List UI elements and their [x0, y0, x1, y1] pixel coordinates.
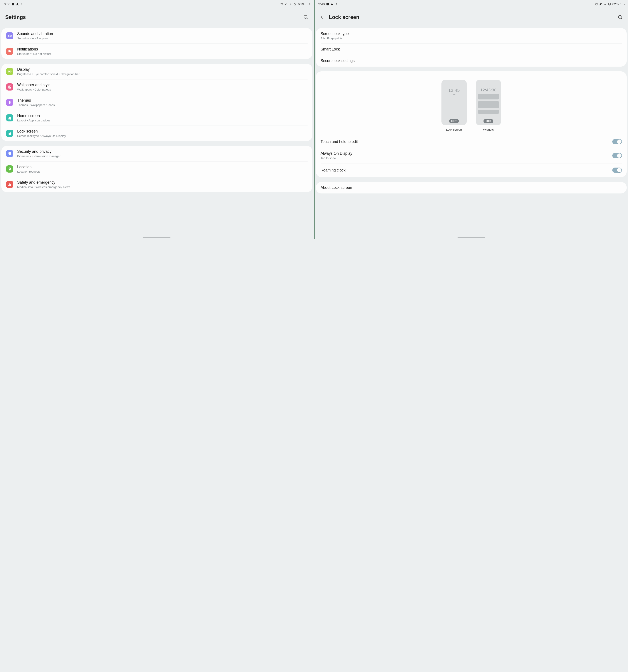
preview-time: 12:45:36	[481, 88, 496, 93]
page-title: Settings	[5, 14, 299, 20]
toggle-switch[interactable]	[612, 168, 622, 173]
svg-line-20	[10, 70, 11, 71]
settings-row[interactable]: Smart Lock	[316, 44, 627, 55]
wifi-icon	[289, 3, 292, 6]
svg-point-12	[9, 71, 10, 72]
themes-icon	[6, 99, 13, 106]
status-bar: 9:40 · 62%	[315, 0, 628, 7]
svg-rect-0	[12, 3, 14, 5]
battery-icon	[306, 3, 310, 5]
alarm-icon	[280, 3, 283, 6]
settings-row[interactable]: Roaming clock	[316, 163, 627, 177]
settings-row[interactable]: Security and privacy Biometrics • Permis…	[1, 146, 312, 161]
preview-dots-icon	[452, 94, 456, 95]
wifi-icon	[604, 3, 607, 6]
toggle-switch[interactable]	[612, 153, 622, 158]
svg-rect-2	[22, 4, 23, 4]
svg-rect-31	[336, 4, 336, 5]
lockscreen-settings-screen: 9:40 · 62% Lock screen Screen lock typ	[315, 0, 628, 239]
row-subtitle: Location requests	[17, 170, 308, 173]
settings-group: Display Brightness • Eye comfort shield …	[1, 64, 312, 141]
row-title: Safety and emergency	[17, 180, 308, 185]
svg-rect-29	[336, 4, 338, 4]
safety-icon	[6, 181, 13, 188]
row-title: Location	[17, 165, 308, 169]
row-subtitle: Tap to show	[321, 157, 603, 160]
svg-point-22	[9, 86, 9, 87]
display-icon	[6, 68, 13, 75]
header: Lock screen	[315, 7, 628, 28]
settings-row[interactable]: Lock screen Screen lock type • Always On…	[1, 125, 312, 141]
svg-point-11	[10, 50, 11, 51]
svg-rect-4	[22, 4, 22, 5]
svg-rect-1	[21, 4, 22, 4]
svg-line-37	[621, 18, 622, 19]
settings-row[interactable]: Notifications Status bar • Do not distur…	[1, 44, 312, 59]
svg-rect-3	[22, 3, 22, 4]
slack-icon	[335, 3, 338, 6]
row-title: Always On Display	[321, 151, 603, 156]
row-subtitle: Brightness • Eye comfort shield • Naviga…	[17, 72, 308, 76]
no-data-icon	[608, 3, 611, 6]
settings-row[interactable]: About Lock screen	[316, 182, 627, 193]
status-more-icon: ·	[25, 2, 25, 6]
settings-row[interactable]: Sounds and vibration Sound mode • Ringto…	[1, 28, 312, 44]
settings-row[interactable]: Safety and emergency Medical info • Wire…	[1, 177, 312, 192]
status-bar: 9:36 · 63%	[0, 0, 314, 7]
svg-line-35	[609, 3, 610, 5]
notification-icon	[6, 48, 13, 55]
svg-point-24	[9, 168, 10, 169]
lockscreen-preview[interactable]: 12:45 EDIT Lock screen	[441, 80, 467, 131]
toggle-switch[interactable]	[612, 139, 622, 144]
row-subtitle: Medical info • Wireless emergency alerts	[17, 186, 308, 189]
lock-icon	[6, 130, 13, 137]
edit-button[interactable]: EDIT	[449, 119, 459, 123]
header: Settings	[0, 7, 314, 28]
svg-rect-27	[326, 3, 329, 5]
settings-row[interactable]: Touch and hold to edit	[316, 136, 627, 148]
status-more-icon: ·	[339, 2, 340, 6]
battery-percent: 62%	[612, 2, 619, 6]
sound-icon	[6, 32, 13, 40]
battery-icon	[620, 3, 624, 5]
back-icon[interactable]	[320, 15, 324, 19]
battery-percent: 63%	[298, 2, 304, 6]
svg-rect-23	[8, 133, 11, 135]
widgets-preview[interactable]: 12:45:36 EDIT Widgets	[476, 80, 501, 131]
settings-row[interactable]: Themes Themes • Wallpapers • Icons	[1, 95, 312, 110]
svg-rect-30	[336, 3, 336, 4]
row-subtitle: Wallpapers • Color palette	[17, 88, 308, 91]
settings-row[interactable]: Wallpaper and style Wallpapers • Color p…	[1, 79, 312, 95]
svg-point-32	[596, 3, 597, 5]
shield-icon	[6, 150, 13, 157]
alarm-icon	[595, 3, 598, 6]
edit-button[interactable]: EDIT	[484, 119, 493, 123]
svg-line-19	[8, 72, 9, 73]
location-icon	[6, 165, 13, 173]
row-subtitle: Layout • App icon badges	[17, 119, 308, 122]
search-icon[interactable]	[303, 15, 308, 20]
row-title: Notifications	[17, 47, 308, 52]
settings-row[interactable]: Home screen Layout • App icon badges	[1, 110, 312, 125]
row-title: Touch and hold to edit	[321, 140, 609, 144]
settings-row[interactable]: Location Location requests	[1, 161, 312, 177]
svg-rect-25	[9, 184, 10, 185]
row-title: Themes	[17, 98, 308, 103]
settings-group: Sounds and vibration Sound mode • Ringto…	[1, 28, 312, 59]
settings-row[interactable]: Always On Display Tap to show	[316, 148, 627, 163]
row-subtitle: Status bar • Do not disturb	[17, 52, 308, 55]
page-title: Lock screen	[329, 14, 614, 20]
gesture-bar	[143, 237, 170, 238]
settings-row[interactable]: Secure lock settings	[316, 55, 627, 67]
svg-line-17	[8, 70, 9, 71]
settings-row[interactable]: Screen lock type PIN, Fingerprints	[316, 28, 627, 44]
settings-row[interactable]: Display Brightness • Eye comfort shield …	[1, 64, 312, 79]
settings-group: Security and privacy Biometrics • Permis…	[1, 146, 312, 192]
row-subtitle: Biometrics • Permission manager	[17, 154, 308, 158]
search-icon[interactable]	[618, 15, 623, 20]
gallery-icon	[11, 3, 15, 6]
row-subtitle: Themes • Wallpapers • Icons	[17, 103, 308, 106]
status-time: 9:36	[4, 2, 10, 6]
lock-settings-group-1: Screen lock type PIN, Fingerprints Smart…	[316, 28, 627, 67]
svg-point-5	[281, 3, 283, 5]
